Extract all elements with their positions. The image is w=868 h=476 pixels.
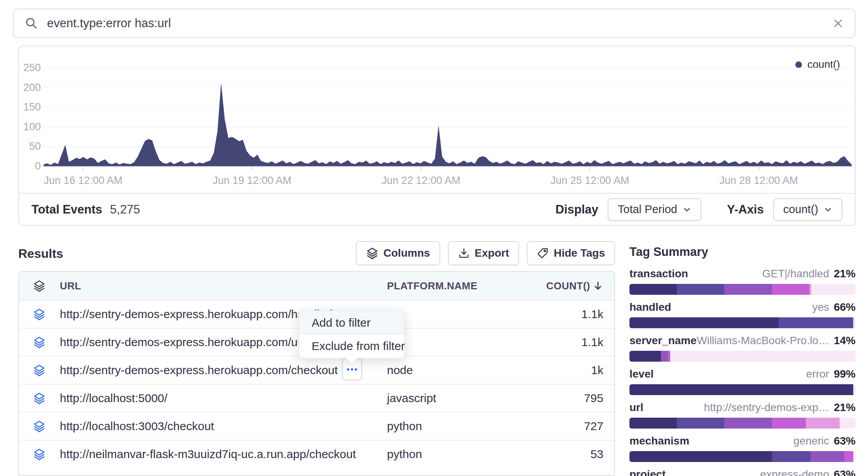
cell-platform[interactable]: node xyxy=(387,364,535,377)
tag-name[interactable]: url xyxy=(629,401,643,414)
column-header-url[interactable]: URL xyxy=(60,280,387,292)
layers-icon xyxy=(19,392,60,404)
tag-bar-segment xyxy=(853,317,856,328)
tag-top-value[interactable]: error xyxy=(806,368,829,380)
layers-icon xyxy=(19,336,60,348)
tag-entry-header: projectexpress-demo63% xyxy=(629,468,856,476)
cell-url[interactable]: http://sentry-demos-express.herokuapp.co… xyxy=(60,364,387,377)
tag-top-percent: 63% xyxy=(834,435,856,447)
tag-entry-transaction: transactionGET|/handled21% xyxy=(629,268,856,295)
tag-bar-segment xyxy=(629,284,677,295)
chevron-down-icon xyxy=(683,205,691,214)
tag-bar-segment xyxy=(629,451,772,462)
tag-bar-segment xyxy=(806,418,840,429)
tag-name[interactable]: server_name xyxy=(629,334,697,347)
search-input[interactable]: event.type:error has:url xyxy=(47,16,832,30)
column-header-count[interactable]: COUNT() xyxy=(535,280,614,292)
tag-top-value[interactable]: Williams-MacBook-Pro.lo… xyxy=(697,334,829,347)
tag-distribution-bar[interactable] xyxy=(629,284,856,295)
x-tick-label: Jun 19 12:00 AM xyxy=(213,175,291,187)
tag-top-percent: 66% xyxy=(834,301,856,313)
x-tick-label: Jun 16 12:00 AM xyxy=(44,175,123,187)
tag-bar-segment xyxy=(779,317,853,328)
tag-bar-segment xyxy=(677,418,724,429)
tag-summary-title: Tag Summary xyxy=(629,245,856,259)
tag-bar-segment xyxy=(661,351,668,362)
cell-count[interactable]: 1k xyxy=(535,364,614,377)
cell-platform[interactable]: python xyxy=(387,420,535,433)
x-tick-label: Jun 28 12:00 AM xyxy=(719,175,798,187)
cell-count[interactable]: 1.1k xyxy=(535,308,614,321)
tag-name[interactable]: level xyxy=(629,368,654,380)
toolbar-button-hide-tags[interactable]: Hide Tags xyxy=(527,241,615,265)
cell-platform[interactable]: python xyxy=(387,448,535,461)
toolbar-button-columns[interactable]: Columns xyxy=(356,241,440,265)
yaxis-label: Y-Axis xyxy=(727,203,764,217)
display-select-value: Total Period xyxy=(618,203,677,216)
cell-platform[interactable]: javascript xyxy=(387,392,535,405)
tag-top-percent: 99% xyxy=(834,368,856,380)
clear-search-icon[interactable] xyxy=(832,18,844,29)
column-header-count-label: COUNT() xyxy=(546,280,590,292)
tag-name[interactable]: handled xyxy=(629,301,671,313)
tag-top-percent: 21% xyxy=(834,268,856,280)
cell-url[interactable]: http://localhost:5000/ xyxy=(60,392,387,405)
y-tick-label: 250 xyxy=(19,62,41,74)
tag-bar-segment xyxy=(724,418,772,429)
tag-entry-handled: handledyes66% xyxy=(629,301,856,328)
events-area-chart[interactable] xyxy=(44,63,852,173)
column-header-platform[interactable]: PLATFORM.NAME xyxy=(387,280,535,292)
chevron-down-icon xyxy=(824,205,832,214)
search-bar[interactable]: event.type:error has:url xyxy=(13,9,856,38)
tag-distribution-bar[interactable] xyxy=(629,451,856,462)
layers-icon xyxy=(366,247,378,259)
x-tick-label: Jun 22 12:00 AM xyxy=(382,175,460,187)
tag-bar-segment xyxy=(772,418,806,429)
tag-top-value[interactable]: http://sentry-demos-exp… xyxy=(704,401,829,414)
tag-bar-segment xyxy=(772,451,810,462)
tag-top-value[interactable]: generic xyxy=(793,435,829,447)
tag-distribution-bar[interactable] xyxy=(629,351,856,362)
menu-item-add-to-filter[interactable]: Add to filter xyxy=(299,311,404,334)
table-row[interactable]: http://neilmanvar-flask-m3uuizd7iq-uc.a.… xyxy=(19,440,614,468)
cell-count[interactable]: 53 xyxy=(535,448,614,461)
tag-distribution-bar[interactable] xyxy=(629,317,856,328)
table-row[interactable]: http://localhost:5000/javascript795 xyxy=(19,384,614,412)
y-tick-label: 50 xyxy=(19,140,41,152)
tag-top-value[interactable]: GET|/handled xyxy=(762,268,829,280)
cell-url[interactable]: http://localhost:3003/checkout xyxy=(60,420,387,433)
tag-name[interactable]: project xyxy=(629,468,666,476)
tag-bar-segment xyxy=(629,317,779,328)
discover-page: event.type:error has:url count() 0501001… xyxy=(0,0,868,476)
toolbar-button-label: Columns xyxy=(383,247,430,259)
tag-bar-segment xyxy=(840,418,856,429)
search-icon xyxy=(24,16,38,30)
tag-top-value[interactable]: yes xyxy=(812,301,829,313)
tag-top-value[interactable]: express-demo xyxy=(760,468,829,476)
tag-entry-header: levelerror99% xyxy=(629,368,856,381)
yaxis-select[interactable]: count() xyxy=(773,198,842,221)
tag-entry-header: server_nameWilliams-MacBook-Pro.lo…14% xyxy=(629,334,856,348)
display-select[interactable]: Total Period xyxy=(608,198,701,221)
cell-url[interactable]: http://neilmanvar-flask-m3uuizd7iq-uc.a.… xyxy=(60,448,387,461)
tag-distribution-bar[interactable] xyxy=(629,418,856,429)
cell-count[interactable]: 1.1k xyxy=(535,336,614,349)
tag-top-percent: 14% xyxy=(834,334,856,347)
tag-name[interactable]: mechanism xyxy=(629,435,689,447)
toolbar-button-export[interactable]: Export xyxy=(448,241,519,265)
table-row[interactable]: http://sentry-demos-express.herokuapp.co… xyxy=(19,356,614,384)
tag-distribution-bar[interactable] xyxy=(629,384,856,395)
total-events-label: Total Events xyxy=(31,203,102,217)
tag-bar-segment xyxy=(853,451,856,462)
table-row[interactable]: http://localhost:3003/checkoutpython727 xyxy=(19,412,614,440)
tag-bar-segment xyxy=(853,384,856,395)
y-tick-label: 200 xyxy=(19,82,41,94)
tag-bar-segment xyxy=(724,284,772,295)
display-label: Display xyxy=(556,203,598,217)
yaxis-select-value: count() xyxy=(783,203,818,216)
tag-name[interactable]: transaction xyxy=(629,268,688,280)
layers-icon xyxy=(19,280,60,292)
results-table: URLPLATFORM.NAMECOUNT()http://sentry-dem… xyxy=(18,271,615,476)
cell-count[interactable]: 727 xyxy=(535,420,614,433)
cell-count[interactable]: 795 xyxy=(535,392,614,405)
